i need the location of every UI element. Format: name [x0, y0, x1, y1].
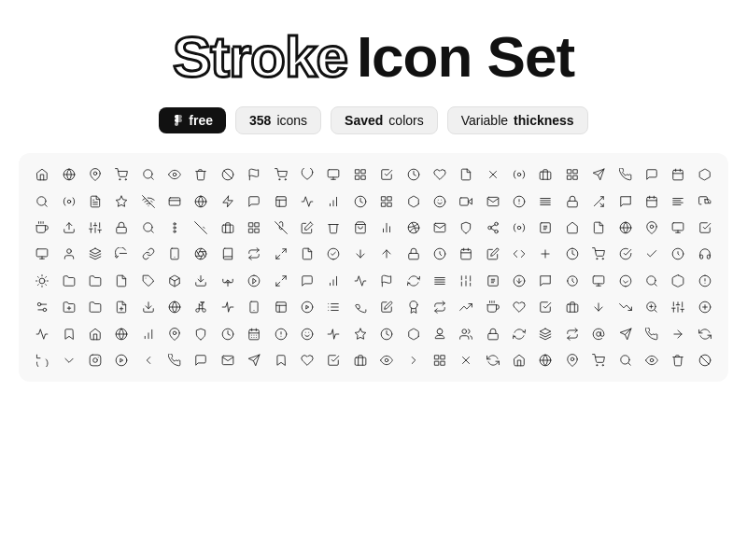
- icon-cell[interactable]: [109, 189, 134, 213]
- icon-cell[interactable]: [401, 242, 425, 266]
- icon-cell[interactable]: [560, 269, 585, 293]
- icon-cell[interactable]: [56, 242, 80, 266]
- icon-cell[interactable]: [586, 189, 611, 213]
- icon-cell[interactable]: [454, 295, 478, 319]
- icon-cell[interactable]: [533, 269, 557, 293]
- icon-cell[interactable]: [401, 216, 425, 240]
- icon-cell[interactable]: [507, 269, 531, 293]
- icon-cell[interactable]: [189, 216, 213, 240]
- icon-cell[interactable]: [162, 216, 187, 240]
- icon-cell[interactable]: [295, 189, 319, 213]
- icon-cell[interactable]: [268, 189, 292, 213]
- icon-cell[interactable]: [136, 295, 161, 319]
- icon-cell[interactable]: [374, 295, 399, 319]
- icon-cell[interactable]: [83, 189, 107, 213]
- icon-cell[interactable]: [586, 162, 611, 187]
- icon-cell[interactable]: [162, 162, 187, 187]
- icon-cell[interactable]: [348, 269, 373, 293]
- icon-cell[interactable]: [560, 348, 585, 372]
- icon-cell[interactable]: [666, 348, 690, 372]
- icon-cell[interactable]: [348, 321, 373, 345]
- icon-cell[interactable]: [666, 216, 690, 240]
- icon-cell[interactable]: [666, 242, 690, 266]
- icon-cell[interactable]: [560, 189, 585, 213]
- icon-cell[interactable]: [507, 321, 531, 345]
- icon-cell[interactable]: [454, 321, 478, 345]
- icon-cell[interactable]: [189, 321, 213, 345]
- icon-cell[interactable]: [30, 348, 54, 372]
- icon-cell[interactable]: [401, 162, 425, 187]
- icon-cell[interactable]: [640, 348, 664, 372]
- icon-cell[interactable]: [533, 295, 557, 319]
- icon-cell[interactable]: [428, 269, 452, 293]
- icon-cell[interactable]: [242, 242, 266, 266]
- icon-cell[interactable]: [83, 216, 107, 240]
- icon-cell[interactable]: [321, 295, 345, 319]
- icon-cell[interactable]: [162, 295, 187, 319]
- icon-cell[interactable]: [374, 242, 399, 266]
- icon-cell[interactable]: [56, 269, 80, 293]
- icon-cell[interactable]: [295, 242, 319, 266]
- icon-cell[interactable]: [374, 162, 399, 187]
- icon-cell[interactable]: [454, 216, 478, 240]
- icon-cell[interactable]: [30, 216, 54, 240]
- icon-cell[interactable]: [640, 269, 664, 293]
- icon-cell[interactable]: [242, 189, 266, 213]
- icon-cell[interactable]: [586, 269, 611, 293]
- icon-cell[interactable]: [162, 242, 187, 266]
- icon-cell[interactable]: [693, 295, 717, 319]
- icon-cell[interactable]: [189, 242, 213, 266]
- icon-cell[interactable]: [693, 269, 717, 293]
- icon-cell[interactable]: [136, 269, 161, 293]
- icon-cell[interactable]: [693, 348, 717, 372]
- icon-cell[interactable]: [348, 295, 373, 319]
- icon-cell[interactable]: [613, 216, 637, 240]
- icon-cell[interactable]: [586, 242, 611, 266]
- icon-cell[interactable]: [216, 348, 240, 372]
- icon-cell[interactable]: [162, 321, 187, 345]
- icon-cell[interactable]: [189, 269, 213, 293]
- icon-cell[interactable]: [268, 295, 292, 319]
- icon-cell[interactable]: [189, 162, 213, 187]
- icon-cell[interactable]: [189, 348, 213, 372]
- icon-cell[interactable]: [428, 242, 452, 266]
- icon-cell[interactable]: [693, 162, 717, 187]
- icon-cell[interactable]: [83, 162, 107, 187]
- icon-cell[interactable]: [189, 295, 213, 319]
- icon-cell[interactable]: [321, 242, 345, 266]
- icon-cell[interactable]: [136, 321, 161, 345]
- icon-cell[interactable]: [321, 269, 345, 293]
- icon-cell[interactable]: [83, 269, 107, 293]
- icon-cell[interactable]: [83, 295, 107, 319]
- icon-cell[interactable]: [640, 295, 664, 319]
- icon-cell[interactable]: [428, 216, 452, 240]
- icon-cell[interactable]: [56, 321, 80, 345]
- icon-cell[interactable]: [216, 321, 240, 345]
- icon-cell[interactable]: [454, 348, 478, 372]
- icon-cell[interactable]: [321, 216, 345, 240]
- icon-cell[interactable]: [586, 295, 611, 319]
- icon-cell[interactable]: [348, 162, 373, 187]
- icon-cell[interactable]: [136, 189, 161, 213]
- icon-cell[interactable]: [454, 189, 478, 213]
- icon-cell[interactable]: [216, 216, 240, 240]
- icon-cell[interactable]: [30, 269, 54, 293]
- icon-cell[interactable]: [507, 242, 531, 266]
- icon-cell[interactable]: [613, 189, 637, 213]
- icon-cell[interactable]: [693, 242, 717, 266]
- icon-cell[interactable]: [30, 321, 54, 345]
- icon-cell[interactable]: [560, 216, 585, 240]
- icon-cell[interactable]: [507, 348, 531, 372]
- icon-cell[interactable]: [428, 189, 452, 213]
- icon-cell[interactable]: [401, 189, 425, 213]
- icon-cell[interactable]: [560, 321, 585, 345]
- icon-cell[interactable]: [83, 242, 107, 266]
- icon-cell[interactable]: [613, 162, 637, 187]
- icon-cell[interactable]: [268, 348, 292, 372]
- icon-cell[interactable]: [481, 295, 505, 319]
- icon-cell[interactable]: [533, 162, 557, 187]
- icon-cell[interactable]: [586, 321, 611, 345]
- icon-cell[interactable]: [189, 189, 213, 213]
- icon-cell[interactable]: [109, 348, 134, 372]
- icon-cell[interactable]: [56, 295, 80, 319]
